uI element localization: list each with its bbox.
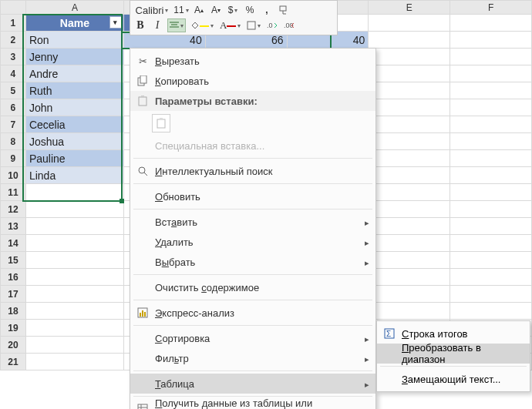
comma-format-button[interactable]: , — [260, 3, 274, 17]
font-name-dropdown[interactable]: Calibri — [133, 3, 170, 17]
submenu-arrow-icon — [365, 236, 369, 248]
col-header-E[interactable]: E — [369, 1, 450, 15]
cell[interactable]: Ron — [25, 32, 123, 49]
row-header[interactable]: 17 — [1, 286, 26, 303]
col-header-F[interactable]: F — [450, 1, 532, 15]
submenu-totals-row[interactable]: Σ Строка итогов — [377, 324, 530, 344]
menu-label: Выбрать — [152, 256, 365, 268]
menu-select[interactable]: Выбрать — [130, 252, 375, 272]
submenu-alt-text[interactable]: Замещающий текст... — [377, 369, 530, 389]
cell[interactable]: Ruth — [25, 82, 123, 99]
menu-label: Таблица — [152, 378, 365, 390]
bold-button[interactable]: B — [133, 18, 147, 32]
cell[interactable]: John — [25, 99, 123, 116]
decrease-decimal-button[interactable]: .00 — [282, 18, 296, 32]
row-header[interactable]: 15 — [1, 252, 26, 269]
decrease-font-icon[interactable]: A▾ — [209, 3, 223, 17]
menu-separator — [133, 300, 372, 300]
row-header[interactable]: 20 — [1, 337, 26, 354]
fill-color-button[interactable] — [189, 18, 215, 32]
row-header[interactable]: 9 — [1, 150, 26, 167]
percent-format-button[interactable]: % — [243, 3, 257, 17]
submenu-arrow-icon — [365, 216, 369, 228]
row-header[interactable]: 5 — [1, 82, 26, 99]
select-all-corner[interactable] — [1, 1, 26, 15]
menu-label: Обновить — [152, 191, 369, 203]
row-header[interactable]: 8 — [1, 133, 26, 150]
row-header[interactable]: 4 — [1, 65, 26, 82]
menu-label: Удалить — [152, 236, 365, 248]
row-header[interactable]: 21 — [1, 354, 26, 370]
row-header[interactable]: 16 — [1, 269, 26, 286]
menu-smart-lookup[interactable]: Интеллектуальный поиск — [130, 161, 375, 181]
italic-button[interactable]: I — [150, 18, 164, 32]
menu-label: Очистить содержимое — [152, 282, 369, 293]
menu-sort[interactable]: Сортировка — [130, 328, 375, 348]
menu-paste-option — [130, 111, 375, 136]
menu-clear-contents[interactable]: Очистить содержимое — [130, 277, 375, 297]
svg-line-14 — [144, 173, 147, 176]
svg-rect-12 — [160, 118, 163, 120]
menu-separator — [133, 370, 372, 371]
accounting-format-button[interactable]: $ — [226, 3, 240, 17]
increase-decimal-button[interactable]: .0 — [265, 18, 279, 32]
menu-label: Копировать — [152, 75, 369, 87]
menu-quick-analysis[interactable]: Экспресс-анализ — [130, 303, 375, 323]
cell[interactable]: Joshua — [25, 133, 123, 150]
align-center-button[interactable] — [167, 18, 186, 32]
row-header[interactable]: 18 — [1, 303, 26, 320]
menu-separator — [133, 325, 372, 326]
submenu-convert-to-range[interactable]: Преобразовать в диапазон — [377, 344, 530, 364]
scissors-icon: ✂ — [133, 55, 152, 67]
menu-label: Фильтр — [152, 353, 365, 364]
menu-cut[interactable]: ✂ Вырезать — [130, 51, 375, 71]
cell[interactable]: Cecelia — [25, 116, 123, 133]
format-painter-icon[interactable] — [277, 3, 291, 17]
col-header-A[interactable]: A — [25, 1, 123, 15]
clipboard-icon — [133, 96, 152, 106]
row-header[interactable]: 2 — [1, 32, 26, 49]
borders-button[interactable] — [245, 18, 262, 32]
row-header[interactable]: 19 — [1, 320, 26, 337]
font-color-button[interactable]: A — [218, 18, 242, 32]
svg-rect-19 — [138, 404, 147, 409]
totals-row-icon: Σ — [380, 328, 399, 339]
menu-table[interactable]: Таблица — [130, 374, 375, 394]
cell[interactable]: Pauline — [25, 150, 123, 167]
cell[interactable]: Andre — [25, 65, 123, 82]
menu-delete[interactable]: Удалить — [130, 232, 375, 252]
table-header-name[interactable]: Name — [25, 15, 123, 32]
svg-rect-4 — [247, 22, 255, 29]
increase-font-icon[interactable]: A▴ — [192, 3, 206, 17]
row-header[interactable]: 1 — [1, 15, 26, 32]
svg-text:.0: .0 — [267, 22, 273, 29]
submenu-arrow-icon — [365, 353, 369, 364]
svg-rect-18 — [144, 312, 146, 317]
svg-rect-10 — [141, 96, 144, 98]
menu-copy[interactable]: Копировать — [130, 71, 375, 91]
cell[interactable]: Linda — [25, 167, 123, 184]
menu-filter[interactable]: Фильтр — [130, 348, 375, 368]
row-header[interactable]: 11 — [1, 184, 26, 201]
row-header[interactable]: 13 — [1, 218, 26, 235]
menu-label: Экспресс-анализ — [152, 307, 369, 319]
row-header[interactable]: 10 — [1, 167, 26, 184]
menu-label: Сортировка — [152, 333, 365, 344]
row-header[interactable]: 14 — [1, 235, 26, 252]
row-header[interactable]: 7 — [1, 116, 26, 133]
menu-refresh[interactable]: Обновить — [130, 186, 375, 206]
filter-dropdown-icon[interactable] — [109, 16, 122, 28]
mini-toolbar: Calibri 11 A▴ A▾ $ % , B I A .0 .00 — [130, 0, 338, 35]
menu-label: Параметры вставки: — [152, 96, 369, 107]
menu-separator — [380, 366, 527, 367]
table-header-label: Name — [60, 17, 89, 29]
row-header[interactable]: 12 — [1, 201, 26, 218]
cell[interactable]: Jenny — [25, 49, 123, 65]
menu-insert[interactable]: Вставить — [130, 212, 375, 232]
font-size-dropdown[interactable]: 11 — [173, 3, 189, 17]
submenu-arrow-icon — [365, 256, 369, 268]
menu-get-data[interactable]: Получить данные из таблицы или диапазона… — [130, 399, 375, 409]
menu-separator — [133, 396, 372, 397]
row-header[interactable]: 3 — [1, 49, 26, 65]
row-header[interactable]: 6 — [1, 99, 26, 116]
